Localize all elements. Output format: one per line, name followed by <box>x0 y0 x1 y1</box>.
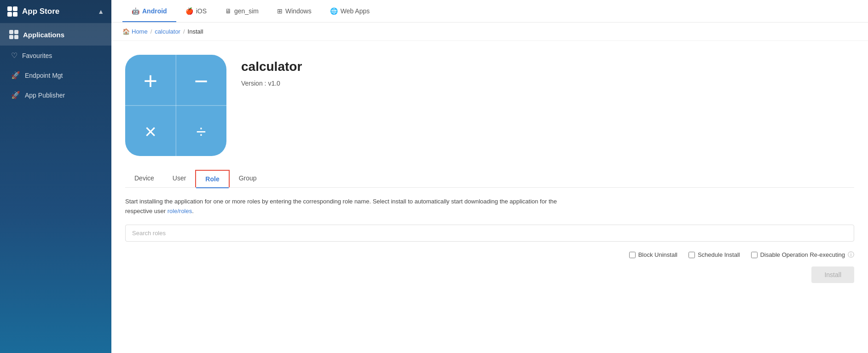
block-uninstall-text: Block Uninstall <box>638 251 677 258</box>
heart-icon: ♡ <box>11 51 17 60</box>
tab-web-apps[interactable]: 🌐 Web Apps <box>321 0 379 22</box>
sidebar-item-label: Favourites <box>22 52 52 59</box>
install-tabs: Device User Role Group <box>125 170 854 188</box>
breadcrumb-sep1: / <box>150 28 152 35</box>
rocket2-icon: 🚀 <box>11 91 20 99</box>
install-tab-user[interactable]: User <box>163 170 196 187</box>
schedule-install-checkbox[interactable] <box>689 252 695 258</box>
sidebar-item-app-publisher[interactable]: 🚀 App Publisher <box>0 85 111 105</box>
sidebar-item-endpoint-mgt[interactable]: 🚀 Endpoint Mgt <box>0 65 111 85</box>
sidebar-item-label: Endpoint Mgt <box>25 72 63 79</box>
disable-re-executing-checkbox[interactable] <box>751 252 758 258</box>
schedule-install-text: Schedule Install <box>698 251 740 258</box>
install-tab-group[interactable]: Group <box>230 170 266 187</box>
info-icon[interactable]: ⓘ <box>848 251 854 259</box>
install-tab-device-label: Device <box>134 174 154 182</box>
applications-icon <box>9 30 18 39</box>
tab-gen-sim-label: gen_sim <box>234 7 259 15</box>
sidebar-section-label: Applications <box>23 31 64 39</box>
app-header: + − × ÷ calculator Version : v1.0 <box>125 55 854 156</box>
apple-icon: 🍎 <box>185 7 193 15</box>
install-button[interactable]: Install <box>811 266 854 283</box>
block-uninstall-checkbox[interactable] <box>629 252 636 258</box>
multiply-symbol: × <box>145 122 156 142</box>
tab-android-label: Android <box>142 7 167 15</box>
main-content: 🤖 Android 🍎 iOS 🖥 gen_sim ⊞ Windows 🌐 We… <box>111 0 868 353</box>
install-button-row: Install <box>125 266 854 283</box>
install-description: Start installing the application for one… <box>125 197 585 216</box>
search-roles-input[interactable] <box>125 225 854 242</box>
breadcrumb-home-link[interactable]: 🏠 Home <box>122 28 148 35</box>
sidebar-item-label: App Publisher <box>25 92 65 99</box>
windows-icon: ⊞ <box>277 7 283 15</box>
disable-re-executing-label[interactable]: Disable Operation Re-executing ⓘ <box>751 251 854 259</box>
install-tab-user-label: User <box>173 174 186 182</box>
rocket-icon: 🚀 <box>11 71 20 80</box>
install-tab-role-label: Role <box>205 175 219 183</box>
app-version: Version : v1.0 <box>241 80 302 87</box>
install-tab-device[interactable]: Device <box>125 170 163 187</box>
platform-tabs: 🤖 Android 🍎 iOS 🖥 gen_sim ⊞ Windows 🌐 We… <box>111 0 868 23</box>
tab-web-apps-label: Web Apps <box>341 7 370 15</box>
sidebar-item-favourites[interactable]: ♡ Favourites <box>0 46 111 65</box>
tab-windows[interactable]: ⊞ Windows <box>268 0 321 22</box>
block-uninstall-label[interactable]: Block Uninstall <box>629 251 677 258</box>
sidebar-header[interactable]: App Store ▲ <box>0 0 111 23</box>
content-area: + − × ÷ calculator Version : v1.0 Device… <box>111 41 868 353</box>
divider-horizontal <box>125 105 226 106</box>
breadcrumb-app-link[interactable]: calculator <box>155 28 180 35</box>
tab-android[interactable]: 🤖 Android <box>122 0 176 22</box>
sidebar-header-left: App Store <box>7 6 59 17</box>
tab-ios-label: iOS <box>196 7 207 15</box>
sidebar-item-applications[interactable]: Applications <box>0 23 111 46</box>
monitor-icon: 🖥 <box>225 7 231 15</box>
breadcrumb-sep2: / <box>183 28 185 35</box>
disable-re-executing-text: Disable Operation Re-executing <box>760 251 845 258</box>
android-icon: 🤖 <box>132 7 139 15</box>
version-value: v1.0 <box>268 80 280 87</box>
app-info: calculator Version : v1.0 <box>241 55 302 87</box>
minus-symbol: − <box>194 69 208 93</box>
globe-icon: 🌐 <box>330 7 338 15</box>
install-tab-group-label: Group <box>239 174 257 182</box>
sidebar: App Store ▲ Applications ♡ Favourites 🚀 … <box>0 0 111 353</box>
breadcrumb: 🏠 Home / calculator / Install <box>111 23 868 41</box>
divider-vertical <box>176 55 176 156</box>
app-name: calculator <box>241 59 302 74</box>
schedule-install-label[interactable]: Schedule Install <box>689 251 740 258</box>
breadcrumb-home: Home <box>132 28 148 35</box>
install-tab-role[interactable]: Role <box>195 170 229 187</box>
sidebar-title: App Store <box>22 7 59 16</box>
tab-ios[interactable]: 🍎 iOS <box>176 0 216 22</box>
breadcrumb-app: calculator <box>155 28 180 35</box>
app-store-icon <box>7 6 17 17</box>
version-label: Version : <box>241 80 266 87</box>
tab-windows-label: Windows <box>285 7 312 15</box>
home-icon: 🏠 <box>122 28 130 35</box>
breadcrumb-current: Install <box>188 28 203 35</box>
sidebar-chevron-icon[interactable]: ▲ <box>98 8 104 15</box>
options-row: Block Uninstall Schedule Install Disable… <box>125 251 854 259</box>
role-link[interactable]: role/roles <box>168 208 192 214</box>
divide-symbol: ÷ <box>197 123 206 140</box>
tab-gen-sim[interactable]: 🖥 gen_sim <box>216 0 268 22</box>
plus-symbol: + <box>144 69 157 93</box>
app-icon: + − × ÷ <box>125 55 226 156</box>
